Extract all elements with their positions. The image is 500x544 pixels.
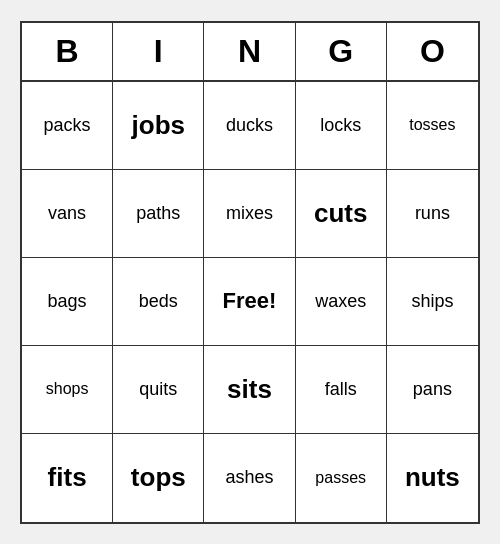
- cell-23: passes: [296, 434, 387, 522]
- cell-10: bags: [22, 258, 113, 346]
- cell-3: locks: [296, 82, 387, 170]
- cell-text-5: vans: [48, 203, 86, 224]
- bingo-card: BINGO packsjobsduckslockstossesvanspaths…: [20, 21, 480, 524]
- cell-text-6: paths: [136, 203, 180, 224]
- cell-text-14: ships: [411, 291, 453, 312]
- cell-text-22: ashes: [225, 467, 273, 488]
- cell-text-10: bags: [48, 291, 87, 312]
- cell-13: waxes: [296, 258, 387, 346]
- header-letter-n: N: [204, 23, 295, 80]
- cell-12: Free!: [204, 258, 295, 346]
- cell-8: cuts: [296, 170, 387, 258]
- cell-text-12: Free!: [223, 288, 277, 314]
- cell-text-13: waxes: [315, 291, 366, 312]
- cell-18: falls: [296, 346, 387, 434]
- cell-text-24: nuts: [405, 462, 460, 493]
- cell-11: beds: [113, 258, 204, 346]
- cell-text-1: jobs: [132, 110, 185, 141]
- cell-6: paths: [113, 170, 204, 258]
- cell-text-18: falls: [325, 379, 357, 400]
- cell-4: tosses: [387, 82, 478, 170]
- cell-text-21: tops: [131, 462, 186, 493]
- cell-text-15: shops: [46, 380, 89, 398]
- cell-5: vans: [22, 170, 113, 258]
- cell-text-2: ducks: [226, 115, 273, 136]
- cell-text-4: tosses: [409, 116, 455, 134]
- bingo-grid: packsjobsduckslockstossesvanspathsmixesc…: [22, 82, 478, 522]
- cell-text-7: mixes: [226, 203, 273, 224]
- cell-14: ships: [387, 258, 478, 346]
- bingo-header: BINGO: [22, 23, 478, 82]
- cell-2: ducks: [204, 82, 295, 170]
- cell-1: jobs: [113, 82, 204, 170]
- cell-9: runs: [387, 170, 478, 258]
- cell-21: tops: [113, 434, 204, 522]
- cell-text-23: passes: [315, 469, 366, 487]
- cell-text-9: runs: [415, 203, 450, 224]
- cell-text-0: packs: [44, 115, 91, 136]
- cell-7: mixes: [204, 170, 295, 258]
- cell-15: shops: [22, 346, 113, 434]
- cell-text-11: beds: [139, 291, 178, 312]
- cell-text-17: sits: [227, 374, 272, 405]
- cell-text-20: fits: [48, 462, 87, 493]
- header-letter-o: O: [387, 23, 478, 80]
- cell-17: sits: [204, 346, 295, 434]
- cell-19: pans: [387, 346, 478, 434]
- cell-16: quits: [113, 346, 204, 434]
- cell-text-19: pans: [413, 379, 452, 400]
- cell-0: packs: [22, 82, 113, 170]
- cell-24: nuts: [387, 434, 478, 522]
- cell-text-16: quits: [139, 379, 177, 400]
- header-letter-b: B: [22, 23, 113, 80]
- cell-text-3: locks: [320, 115, 361, 136]
- header-letter-g: G: [296, 23, 387, 80]
- header-letter-i: I: [113, 23, 204, 80]
- cell-22: ashes: [204, 434, 295, 522]
- cell-20: fits: [22, 434, 113, 522]
- cell-text-8: cuts: [314, 198, 367, 229]
